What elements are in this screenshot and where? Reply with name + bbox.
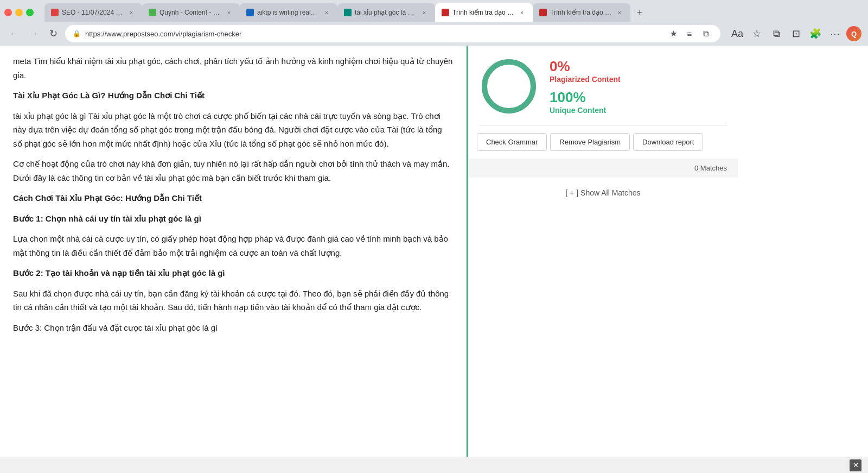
star-btn[interactable]: ☆ (749, 26, 765, 42)
tab-title: aiktp is writing real-ti... (257, 9, 319, 16)
matches-bar: 0 Matches (468, 159, 738, 178)
score-section: 0% Plagiarized Content 100% Unique Conte… (468, 46, 738, 125)
plagiarized-percent: 0% (550, 58, 621, 75)
article-paragraph: Bước 3: Chọn trận đấu và đặt cược tài xỉ… (13, 321, 453, 335)
remove-plagiarism-button[interactable]: Remove Plagiarism (550, 133, 630, 151)
article-paragraph: meta Tìm hiểu khái niệm tài xỉu phạt góc… (13, 54, 453, 82)
svg-point-1 (484, 62, 533, 111)
article-paragraph: Tài Xỉu Phạt Góc Là Gì? Hướng Dẫn Chơi C… (13, 89, 453, 103)
article-paragraph: tài xỉu phạt góc là gì Tài xỉu phạt góc … (13, 109, 453, 151)
bottom-bar: ✕ (0, 457, 868, 473)
tab-favicon (51, 9, 59, 16)
forward-button[interactable]: → (26, 26, 41, 41)
tab-close-btn[interactable]: × (225, 8, 233, 17)
tab-tab5[interactable]: Trình kiểm tra đạo văn ...× (435, 3, 533, 22)
tab-tab4[interactable]: tài xỉu phạt góc là gì ...× (337, 3, 435, 22)
sidebar-btn[interactable]: ⧉ (768, 26, 784, 42)
score-details: 0% Plagiarized Content 100% Unique Conte… (550, 58, 621, 115)
unique-percent: 100% (550, 89, 621, 106)
show-all-matches-link[interactable]: [ + ] Show All Matches (565, 188, 640, 197)
tab-title: SEO - 11/07/2024 - G... (62, 9, 124, 16)
tab-tab6[interactable]: Trình kiểm tra đạo văn ...× (533, 3, 630, 22)
unique-label: Unique Content (550, 106, 621, 115)
browser-chrome: SEO - 11/07/2024 - G...×Quỳnh - Content … (0, 0, 868, 46)
address-bar-row: ← → ↻ 🔒 https://www.prepostseo.com/vi/pl… (0, 22, 868, 46)
article-paragraph: Cơ chế hoạt động của trò chơi này khá đơ… (13, 157, 453, 185)
bookmark-btn[interactable]: ★ (666, 27, 680, 41)
title-bar: SEO - 11/07/2024 - G...×Quỳnh - Content … (0, 0, 868, 22)
unique-score-item: 100% Unique Content (550, 89, 621, 115)
results-panel: 0% Plagiarized Content 100% Unique Conte… (467, 46, 738, 473)
tab-favicon (246, 9, 254, 16)
window-controls (4, 9, 34, 16)
tab-close-btn[interactable]: × (615, 8, 624, 17)
tab-favicon (442, 9, 449, 16)
tab-tab1[interactable]: SEO - 11/07/2024 - G...× (44, 3, 142, 22)
check-grammar-button[interactable]: Check Grammar (477, 133, 547, 151)
tab-favicon (344, 9, 352, 16)
article-paragraph: Bước 1: Chọn nhà cái uy tín tài xỉu phạt… (13, 212, 453, 226)
tab-close-btn[interactable]: × (420, 8, 429, 17)
address-actions: ★ ≡ ⧉ (666, 27, 713, 41)
favorites-btn[interactable]: ⊡ (788, 26, 804, 42)
split-view-btn[interactable]: ⧉ (699, 27, 713, 41)
article-paragraph: Bước 2: Tạo tài khoản và nạp tiền tài xỉ… (13, 266, 453, 280)
article-paragraph: Lựa chọn một nhà cái cá cược uy tín, có … (13, 232, 453, 260)
lock-icon: 🔒 (73, 30, 81, 37)
article-paragraph: Cách Chơi Tài Xỉu Phạt Góc: Hướng Dẫn Ch… (13, 191, 453, 205)
show-matches-section: [ + ] Show All Matches (468, 178, 738, 208)
window-close-btn[interactable] (4, 9, 12, 16)
profile-avatar[interactable]: Q (846, 26, 861, 41)
window-minimize-btn[interactable] (15, 9, 23, 16)
tab-tab2[interactable]: Quỳnh - Content - Go...× (142, 3, 240, 22)
tab-title: Trình kiểm tra đạo văn ... (452, 9, 514, 16)
url-text: https://www.prepostseo.com/vi/plagiarism… (85, 30, 241, 38)
tab-close-btn[interactable]: × (518, 8, 526, 17)
translate-btn[interactable]: Aa (729, 26, 745, 42)
article-paragraph: Sau khi đã chọn được nhà cái uy tín, bạn… (13, 287, 453, 314)
tab-tab3[interactable]: aiktp is writing real-ti...× (240, 3, 337, 22)
new-tab-button[interactable]: + (633, 5, 647, 21)
extensions-btn[interactable]: 🧩 (807, 26, 824, 42)
matches-count: 0 Matches (694, 164, 727, 172)
tabs-bar: SEO - 11/07/2024 - G...×Quỳnh - Content … (40, 3, 630, 22)
browser-actions: Aa ☆ ⧉ ⊡ 🧩 ⋯ Q (729, 26, 861, 42)
window-maximize-btn[interactable] (26, 9, 34, 16)
tab-close-btn[interactable]: × (127, 8, 136, 17)
tab-title: tài xỉu phạt góc là gì ... (355, 9, 417, 16)
download-report-button[interactable]: Download report (633, 133, 703, 151)
reader-mode-btn[interactable]: ≡ (682, 27, 697, 41)
tab-title: Quỳnh - Content - Go... (159, 9, 221, 16)
tab-favicon (149, 9, 156, 16)
actions-row: Check GrammarRemove PlagiarismDownload r… (468, 125, 738, 159)
reload-button[interactable]: ↻ (46, 26, 61, 41)
tab-close-btn[interactable]: × (322, 8, 331, 17)
article-panel: meta Tìm hiểu khái niệm tài xỉu phạt góc… (0, 46, 467, 473)
plagiarism-circle (479, 56, 539, 116)
page-content: meta Tìm hiểu khái niệm tài xỉu phạt góc… (0, 46, 868, 473)
more-btn[interactable]: ⋯ (827, 26, 843, 42)
plagiarized-label: Plagiarized Content (550, 75, 621, 84)
tab-title: Trình kiểm tra đạo văn ... (550, 9, 612, 16)
close-overlay-button[interactable]: ✕ (850, 459, 861, 471)
tab-favicon (539, 9, 547, 16)
address-bar[interactable]: 🔒 https://www.prepostseo.com/vi/plagiari… (65, 25, 720, 42)
plagiarized-score-item: 0% Plagiarized Content (550, 58, 621, 84)
back-button[interactable]: ← (7, 26, 22, 41)
